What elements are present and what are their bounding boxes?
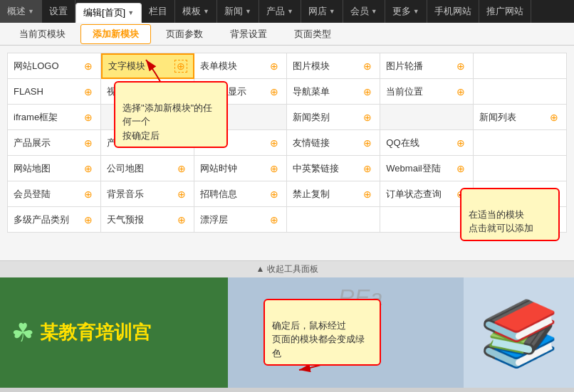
module-iframe[interactable]: iframe框架 ⊕ (8, 105, 101, 130)
nav-item-edit[interactable]: 编辑[首页] ▼ (75, 3, 142, 23)
nav-item-product[interactable]: 产品 ▼ (259, 0, 301, 23)
tab-page-params[interactable]: 页面参数 (154, 24, 215, 44)
module-sitemap[interactable]: 网站地图 ⊕ (8, 156, 101, 181)
bottom-middle-panel: 确定后，鼠标经过 页面的模块都会变成绿色 REa (228, 277, 464, 388)
module-qq-online[interactable]: QQ在线 ⊕ (380, 130, 474, 156)
module-product-display[interactable]: 产品展示 ⊕ (8, 130, 101, 156)
tab-current-modules[interactable]: 当前页模块 (7, 24, 78, 44)
module-empty-6-3 (287, 207, 380, 233)
nav-item-promote[interactable]: 推广网站 (479, 0, 531, 23)
module-recruit[interactable]: 招聘信息 ⊕ (194, 181, 288, 207)
toolbar-collapse-bar[interactable]: ▲ 收起工具面板 (0, 260, 574, 277)
clover-icon: ☘ (11, 318, 34, 348)
nav-item-mobile[interactable]: 手机网站 (427, 0, 479, 23)
edu-name: 某教育培训宫 (40, 320, 151, 345)
book-stack-image: 📚 (479, 301, 559, 365)
nav-item-columns[interactable]: 栏目 (142, 0, 175, 23)
module-bg-music[interactable]: 背景音乐 ⊕ (101, 181, 194, 207)
module-member-login[interactable]: 会员登陆 ⊕ (8, 181, 101, 207)
tab-add-module[interactable]: 添加新模块 (80, 24, 151, 44)
nav-item-shop[interactable]: 网店 ▼ (301, 0, 343, 23)
module-empty-2-4 (380, 105, 474, 130)
module-multilevel-product[interactable]: 多级产品类别 ⊕ (8, 207, 101, 233)
module-text[interactable]: 文字模块 ⊕ (101, 53, 194, 79)
module-nocopy[interactable]: 禁止复制 ⊕ (287, 181, 380, 207)
module-empty-1-5 (474, 79, 567, 105)
module-company-map[interactable]: 公司地图 ⊕ (101, 156, 194, 181)
module-image[interactable]: 图片模块 ⊕ (287, 53, 380, 79)
callout-mouse-hover: 确定后，鼠标经过 页面的模块都会变成绿色 (263, 299, 381, 366)
tab-page-type[interactable]: 页面类型 (282, 24, 343, 44)
module-weather[interactable]: 天气预报 ⊕ (101, 207, 194, 233)
module-empty-0-5 (474, 53, 567, 79)
edu-logo: ☘ 某教育培训宫 (11, 318, 151, 348)
module-flash[interactable]: FLASH ⊕ (8, 79, 101, 105)
bottom-left-panel: ☘ 某教育培训宫 (0, 277, 228, 388)
nav-item-template[interactable]: 模板 ▼ (175, 0, 217, 23)
module-lang-switch[interactable]: 中英繁链接 ⊕ (287, 156, 380, 181)
nav-item-settings[interactable]: 设置 (42, 0, 75, 23)
module-float-layer[interactable]: 漂浮层 ⊕ (194, 207, 288, 233)
callout-add-module: 选择"添加新模块"的任何一个 按确定后 (114, 81, 228, 148)
module-empty-3-5 (474, 130, 567, 156)
module-news-list[interactable]: 新闻列表 ⊕ (474, 105, 567, 130)
top-navigation: 概述 ▼ 设置 编辑[首页] ▼ 栏目 模板 ▼ 新闻 ▼ 产品 ▼ 网店 ▼ … (0, 0, 574, 23)
callout-click-to-add: 在适当的模块 点击就可以添加 (460, 188, 560, 241)
tab-bg-settings[interactable]: 背景设置 (218, 24, 279, 44)
nav-item-more[interactable]: 更多 ▼ (385, 0, 427, 23)
bottom-preview: ☘ 某教育培训宫 确定后，鼠标经过 页面的模块都会变成绿色 REa 📚 (0, 277, 574, 388)
module-nav-menu[interactable]: 导航菜单 ⊕ (287, 79, 380, 105)
module-clock[interactable]: 网站时钟 ⊕ (194, 156, 288, 181)
module-form[interactable]: 表单模块 ⊕ (194, 53, 288, 79)
sub-tab-bar: 当前页模块 添加新模块 页面参数 背景设置 页面类型 (0, 23, 574, 46)
module-grid-area: 网站LOGO ⊕ 文字模块 ⊕ 表单模块 ⊕ 图片模块 ⊕ 图片轮播 ⊕ FLA… (0, 46, 574, 260)
module-website-logo[interactable]: 网站LOGO ⊕ (8, 53, 101, 79)
module-news-category[interactable]: 新闻类别 ⊕ (287, 105, 380, 130)
module-webmail[interactable]: Webmail登陆 ⊕ (380, 156, 474, 181)
module-slideshow[interactable]: 图片轮播 ⊕ (380, 53, 474, 79)
nav-item-overview[interactable]: 概述 ▼ (0, 0, 42, 23)
module-links[interactable]: 友情链接 ⊕ (287, 130, 380, 156)
bottom-right-panel: 📚 (464, 277, 574, 388)
nav-item-news[interactable]: 新闻 ▼ (217, 0, 259, 23)
module-current-pos[interactable]: 当前位置 ⊕ (380, 79, 474, 105)
nav-item-member[interactable]: 会员 ▼ (343, 0, 385, 23)
module-empty-4-5 (474, 156, 567, 181)
